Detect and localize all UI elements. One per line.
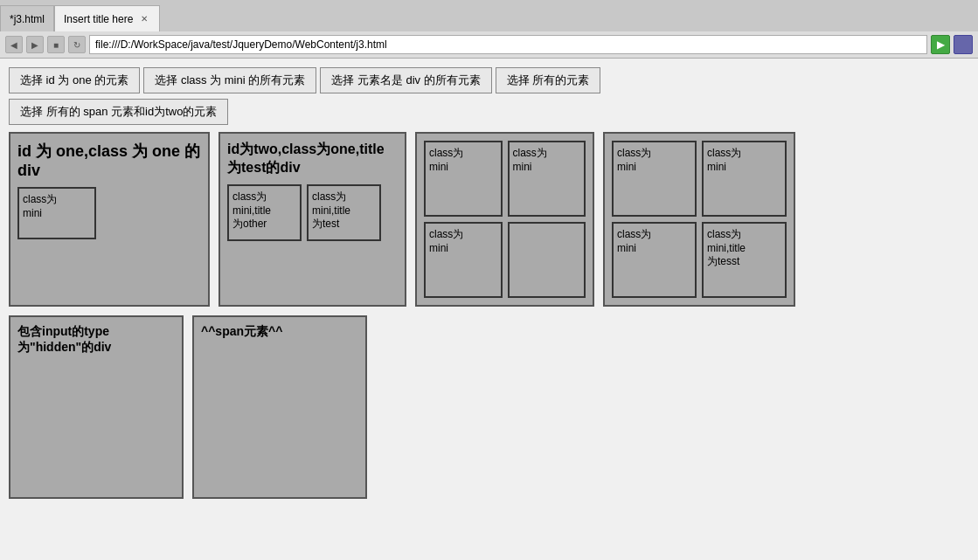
box4-cell2-label: class为 mini	[707, 147, 741, 173]
box-id-one: id 为 one,class 为 one 的div class为 mini	[9, 132, 210, 307]
tab-close-icon[interactable]: ✕	[138, 13, 150, 24]
box-mini-group1: class为 mini class为 mini class为 mini	[415, 132, 594, 307]
box4-cell1: class为 mini	[612, 141, 697, 217]
box3-cell4	[508, 222, 586, 298]
address-text: file:///D:/WorkSpace/java/test/JqueryDem…	[95, 38, 387, 51]
bottom-box1-label: 包含input的type为"hidden"的div	[17, 324, 111, 354]
box1-inner: class为 mini	[17, 187, 96, 239]
box3-cell2-label: class为 mini	[513, 147, 547, 173]
tab-insert-title[interactable]: Insert title here ✕	[54, 5, 160, 31]
box4-grid: class为 mini class为 mini class为 mini clas…	[612, 141, 787, 298]
box1-inner-label: class为 mini	[23, 193, 57, 219]
boxes-area: id 为 one,class 为 one 的div class为 mini id…	[9, 132, 969, 307]
bottom-box-hidden: 包含input的type为"hidden"的div	[9, 315, 184, 499]
box-mini-group2: class为 mini class为 mini class为 mini clas…	[603, 132, 795, 307]
box3-cell3-label: class为 mini	[429, 228, 463, 254]
box3-grid: class为 mini class为 mini class为 mini	[424, 141, 586, 298]
tab-bar: *j3.html Insert title here ✕	[0, 0, 978, 31]
box4-cell3-label: class为 mini	[617, 228, 651, 254]
box3-cell1: class为 mini	[424, 141, 503, 217]
box2-inner-area: class为 mini,title 为other class为 mini,tit…	[227, 184, 398, 241]
box4-cell1-label: class为 mini	[617, 147, 651, 173]
select-class-mini-button[interactable]: 选择 class 为 mini 的所有元素	[143, 67, 316, 93]
button-row-2: 选择 所有的 span 元素和id为two的元素	[9, 99, 969, 125]
bottom-box2-label: ^^span元素^^	[201, 324, 282, 338]
box4-cell4: class为 mini,title 为tesst	[702, 222, 787, 298]
tab-label: *j3.html	[10, 13, 45, 25]
page-content: 选择 id 为 one 的元素 选择 class 为 mini 的所有元素 选择…	[0, 59, 978, 560]
address-bar-row: ◀ ▶ ■ ↻ file:///D:/WorkSpace/java/test/J…	[0, 31, 978, 58]
extra-button[interactable]	[954, 35, 973, 54]
box2-inner2-label: class为 mini,title 为test	[312, 190, 350, 230]
box3-cell2: class为 mini	[508, 141, 586, 217]
tab-j3html[interactable]: *j3.html	[0, 5, 54, 31]
bottom-boxes-area: 包含input的type为"hidden"的div ^^span元素^^	[9, 315, 969, 499]
box1-title: id 为 one,class 为 one 的div	[17, 141, 201, 180]
back-button[interactable]: ◀	[5, 36, 23, 53]
bottom-box-span: ^^span元素^^	[192, 315, 367, 499]
select-span-two-button[interactable]: 选择 所有的 span 元素和id为two的元素	[9, 99, 228, 125]
select-all-button[interactable]: 选择 所有的元素	[496, 67, 601, 93]
tab-label-active: Insert title here	[64, 13, 133, 25]
box4-cell4-label: class为 mini,title 为tesst	[707, 228, 746, 267]
go-button[interactable]: ▶	[931, 35, 950, 54]
box2-inner2: class为 mini,title 为test	[307, 184, 381, 241]
button-row-1: 选择 id 为 one 的元素 选择 class 为 mini 的所有元素 选择…	[9, 67, 969, 93]
box2-inner1-label: class为 mini,title 为other	[232, 190, 271, 230]
refresh-button[interactable]: ↻	[68, 36, 86, 53]
box2-inner1: class为 mini,title 为other	[227, 184, 302, 241]
select-div-button[interactable]: 选择 元素名是 div 的所有元素	[320, 67, 491, 93]
box3-cell1-label: class为 mini	[429, 147, 463, 173]
address-bar[interactable]: file:///D:/WorkSpace/java/test/JqueryDem…	[89, 35, 927, 54]
stop-button[interactable]: ■	[47, 36, 65, 53]
box2-title: id为two,class为one,title为test的div	[227, 141, 398, 177]
select-id-one-button[interactable]: 选择 id 为 one 的元素	[9, 67, 140, 93]
box4-cell2: class为 mini	[702, 141, 787, 217]
box-id-two: id为two,class为one,title为test的div class为 m…	[218, 132, 406, 307]
forward-button[interactable]: ▶	[26, 36, 44, 53]
box4-cell3: class为 mini	[612, 222, 697, 298]
browser-chrome: *j3.html Insert title here ✕ ◀ ▶ ■ ↻ fil…	[0, 0, 978, 59]
box3-cell3: class为 mini	[424, 222, 503, 298]
